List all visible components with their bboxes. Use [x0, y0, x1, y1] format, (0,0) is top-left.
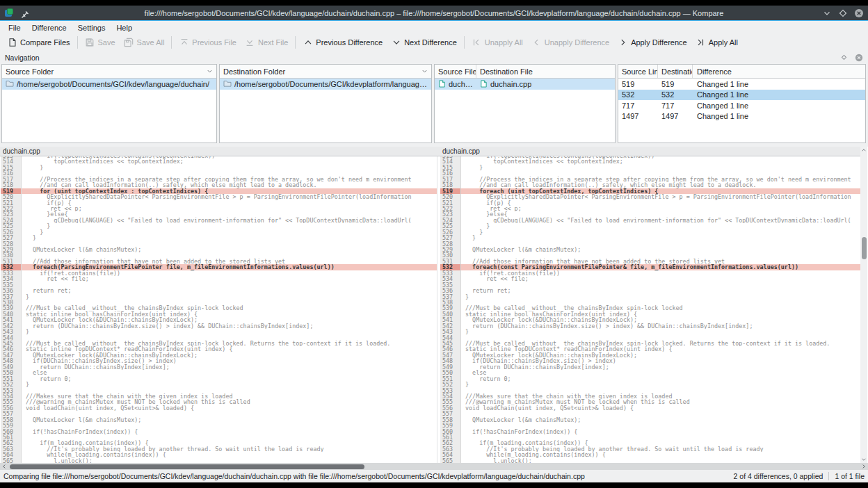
horizontal-scrollbar[interactable] [0, 463, 868, 470]
line-text: QMutexLocker l(&m_chainsMutex); [461, 417, 860, 423]
scroll-up-icon[interactable] [860, 147, 867, 154]
pane-headers: duchain.cpp duchain.cpp [0, 147, 860, 156]
code-line-514: 514 topContextIndices << topContextIndex… [440, 158, 860, 164]
sort-chevron-icon [417, 67, 428, 76]
source-folder-row[interactable]: /home/sergobot/Documents/GCI/kdev/langua… [2, 79, 216, 90]
file-row[interactable]: duchain.cpp duchain.cpp [435, 79, 615, 90]
maximize-icon[interactable] [838, 8, 848, 18]
destination-folder-header[interactable]: Destination Folder [220, 65, 431, 78]
changed-code-line-519[interactable]: 519 for (uint topContextIndex : topConte… [1, 188, 437, 194]
destination-line-header[interactable]: Destination Line [658, 65, 693, 78]
vertical-scrollbar-thumb[interactable] [862, 237, 867, 259]
previous-difference-button[interactable]: Previous Difference [298, 35, 387, 50]
line-text [461, 423, 860, 428]
close-icon[interactable] [854, 53, 863, 62]
toolbar-button-label: Next Difference [404, 38, 457, 47]
menu-difference[interactable]: Difference [26, 23, 72, 33]
line-text: QMutexLocker lock(&DUChain::chainsByInde… [461, 352, 860, 358]
code-line-530: 530 [1, 252, 437, 258]
line-text: //Add those information that have not be… [461, 259, 860, 264]
save-icon [85, 38, 95, 48]
scroll-left-icon[interactable] [1, 463, 8, 470]
code-line-551: 551 return 0; [440, 376, 860, 382]
code-line-526: 526 } [1, 229, 437, 235]
changed-code-line-532[interactable]: 532 foreach(ParsingEnvironmentFilePointe… [1, 264, 437, 270]
source-line-header[interactable]: Source Line [618, 65, 658, 78]
close-icon[interactable] [854, 8, 864, 18]
difference-list-row[interactable]: 519519Changed 1 line [618, 79, 865, 90]
destination-file-header[interactable]: Destination File [476, 65, 615, 78]
menu-file[interactable]: File [3, 23, 26, 33]
code-line-559: 559 [440, 423, 860, 428]
line-text: } [22, 223, 437, 229]
difference-list-row[interactable]: 532532Changed 1 line [618, 90, 865, 101]
vertical-scrollbar[interactable] [860, 147, 867, 463]
line-text: QMutexLocker lock(&DUChain::chainsByInde… [22, 352, 437, 358]
horizontal-scrollbar-thumb[interactable] [10, 464, 364, 469]
line-text: } [461, 165, 860, 170]
changed-code-line-519[interactable]: 519 foreach (uint topContextIndex, topCo… [440, 188, 860, 194]
code-line-556: 556void loadChain(uint index, QSet<uint>… [1, 405, 437, 411]
code-line-533: 533 if(!ret.contains(file)) [440, 270, 860, 276]
scroll-down-icon[interactable] [860, 456, 867, 463]
code-line-542: 542 return (DUChain::chainsByIndex.size(… [1, 323, 437, 329]
line-text: ///Makes sure that the chain with the gi… [22, 393, 437, 399]
save-all-icon [124, 38, 134, 48]
line-text: void loadChain(uint index, QSet<uint>& l… [461, 405, 860, 411]
kompare-window: file:///home/sergobot/Documents/GCI/kdev… [0, 6, 868, 482]
save-all-button: Save All [120, 35, 169, 50]
menu-help[interactable]: Help [111, 23, 138, 33]
apply-difference-button[interactable]: Apply Difference [613, 35, 691, 50]
compare-files-icon [7, 38, 17, 48]
scroll-right-icon[interactable] [860, 463, 867, 470]
minimize-icon[interactable] [822, 8, 832, 18]
toolbar-button-label: Unapply All [485, 38, 523, 47]
line-text: } [461, 329, 860, 334]
line-text [22, 241, 437, 247]
line-text: QExplicitlySharedDataPointer< ParsingEnv… [22, 194, 437, 200]
destination-folder-view: Destination Folder /home/sergobot/Docume… [219, 64, 432, 143]
line-text: //Add those information that have not be… [22, 259, 437, 264]
code-line-528: 528 [440, 241, 860, 247]
source-folder-header[interactable]: Source Folder [2, 65, 216, 78]
line-text: return (DUChain::chainsByIndex.size() > … [22, 323, 437, 329]
code-line-549: 549 return DUChain::chainsByIndex[index]… [1, 364, 437, 370]
source-file-header[interactable]: Source File [435, 65, 476, 78]
next-difference-button[interactable]: Next Difference [387, 35, 461, 50]
line-list-body: 519519Changed 1 line532532Changed 1 line… [618, 79, 865, 122]
arrow-down-to-line-icon [245, 38, 255, 48]
toolbar-button-label: Apply All [709, 38, 738, 47]
toolbar: Compare FilesSaveSave AllPrevious FileNe… [0, 33, 868, 51]
line-text: if(!ret.contains(file)) [461, 270, 860, 276]
line-text: if(m_loading.contains(index)) { [22, 440, 437, 446]
line-text: while(m_loading.contains(index)) { [22, 452, 437, 457]
toolbar-button-label: Unapply Difference [545, 38, 609, 47]
code-line-517: 517 //Process the indices in a separate … [440, 177, 860, 182]
line-text: } [22, 235, 437, 241]
line-text: ///@warning m_chainsMutex must NOT be lo… [461, 399, 860, 405]
destination-folder-row[interactable]: /home/sergobot/Documents/GCI/kdevplatfor… [220, 79, 431, 90]
line-text: //and can call loadInformation(..) safel… [461, 182, 860, 188]
line-text: return 0; [461, 376, 860, 382]
code-line-565: 565 l.unlock(); [1, 458, 437, 463]
compare-files-button[interactable]: Compare Files [3, 35, 74, 50]
difference-list-row[interactable]: 14971497Changed 1 line [618, 111, 865, 122]
line-text [461, 282, 860, 288]
code-line-546: 546static inline TopDUContext* readChain… [1, 346, 437, 352]
float-icon[interactable] [839, 53, 849, 62]
changed-code-line-532[interactable]: 532 foreach(const ParsingEnvironmentFile… [440, 264, 860, 270]
chevron-up-icon [303, 38, 313, 48]
line-text: if(!hasChainForIndex(index)) { [461, 429, 860, 434]
toolbar-button-label: Previous File [192, 38, 236, 47]
line-text: QExplicitlySharedDataPointer< ParsingEnv… [461, 194, 860, 200]
line-text: ///Must be called _without_ the chainsBy… [22, 341, 437, 346]
line-text [461, 300, 860, 305]
toolbar-button-label: Save [98, 38, 115, 47]
code-line-564: 564 while(m_loading.contains(index)) { [1, 452, 437, 457]
line-text: //Process the indices in a separate step… [461, 177, 860, 182]
apply-all-button[interactable]: Apply All [691, 35, 742, 50]
menu-settings[interactable]: Settings [72, 23, 111, 33]
line-text: } [22, 229, 437, 235]
difference-list-row[interactable]: 717717Changed 1 line [618, 100, 865, 111]
difference-header[interactable]: Difference [693, 65, 865, 78]
